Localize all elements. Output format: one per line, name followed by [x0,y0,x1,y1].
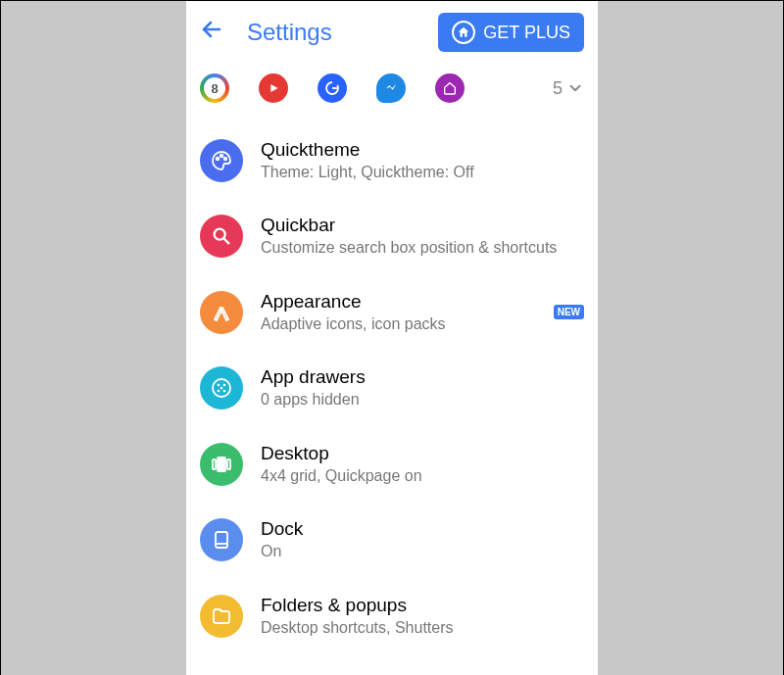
svg-rect-13 [218,458,225,471]
google-icon[interactable] [318,73,347,103]
setting-appearance[interactable]: Appearance Adaptive icons, icon packs NE… [200,274,584,350]
svg-point-2 [220,154,223,157]
svg-point-7 [218,384,220,387]
setting-title: App drawers [261,365,584,390]
youtube-icon[interactable] [259,73,288,103]
svg-rect-16 [216,532,227,548]
back-arrow-icon[interactable] [200,18,227,47]
page-title: Settings [247,19,418,46]
setting-title: Folders & popups [261,594,584,618]
count-number: 5 [553,78,563,99]
setting-text: Dock On [261,517,584,561]
setting-text: App drawers 0 apps hidden [261,365,584,410]
new-badge: NEW [554,305,584,319]
get-plus-button[interactable]: GET PLUS [438,13,584,52]
setting-subtitle: 4x4 grid, Quickpage on [261,466,584,487]
setting-text: Appearance Adaptive icons, icon packs [261,290,546,334]
dock-icon [200,518,243,561]
count-dropdown[interactable]: 5 [553,78,584,99]
svg-point-9 [218,390,220,393]
setting-title: Dock [261,517,584,542]
setting-text: Desktop 4x4 grid, Quickpage on [261,442,584,486]
app-icons-row: 8 5 [186,64,598,122]
setting-subtitle: Desktop shortcuts, Shutters [261,618,584,639]
setting-subtitle: Theme: Light, Quicktheme: Off [261,163,584,183]
setting-text: Quickbar Customize search box position &… [261,214,584,258]
setting-quickbar[interactable]: Quickbar Customize search box position &… [200,198,584,273]
home-app-icon[interactable] [435,73,465,103]
setting-dock[interactable]: Dock On [200,502,584,577]
svg-rect-15 [227,459,230,469]
setting-subtitle: Adaptive icons, icon packs [261,314,546,335]
panels-icon [200,443,243,486]
svg-line-5 [223,239,228,244]
setting-quicktheme[interactable]: Quicktheme Theme: Light, Quicktheme: Off [200,122,584,198]
setting-title: Appearance [261,290,546,314]
header: Settings GET PLUS [186,1,598,64]
svg-point-8 [223,384,226,387]
messenger-icon[interactable] [376,73,406,103]
setting-folders[interactable]: Folders & popups Desktop shortcuts, Shut… [200,578,584,653]
setting-text: Folders & popups Desktop shortcuts, Shut… [261,594,584,638]
setting-subtitle: 0 apps hidden [261,390,584,410]
house-icon [452,21,475,44]
folder-icon [200,595,243,638]
setting-appdrawers[interactable]: App drawers 0 apps hidden [200,350,584,425]
chevron-down-icon [566,79,584,97]
setting-title: Quickbar [261,214,584,238]
svg-point-1 [217,157,220,160]
setting-subtitle: On [261,542,584,562]
colorful-number: 8 [204,77,225,99]
setting-text: Quicktheme Theme: Light, Quicktheme: Off [261,138,584,182]
setting-title: Desktop [261,442,584,466]
palette-icon [200,139,243,182]
search-icon [200,215,243,258]
settings-list: Quicktheme Theme: Light, Quicktheme: Off… [186,122,598,653]
svg-rect-14 [213,459,216,469]
get-plus-label: GET PLUS [483,23,570,43]
svg-point-11 [220,387,223,390]
setting-subtitle: Customize search box position & shortcut… [261,238,584,259]
brushes-icon [200,291,243,334]
phone-screen: Settings GET PLUS 8 5 [186,1,598,675]
svg-point-10 [223,390,226,393]
setting-desktop[interactable]: Desktop 4x4 grid, Quickpage on [200,426,584,502]
svg-point-3 [224,157,227,160]
colorful-app-icon[interactable]: 8 [200,73,229,103]
grid-dots-icon [200,366,243,410]
setting-title: Quicktheme [261,138,584,163]
